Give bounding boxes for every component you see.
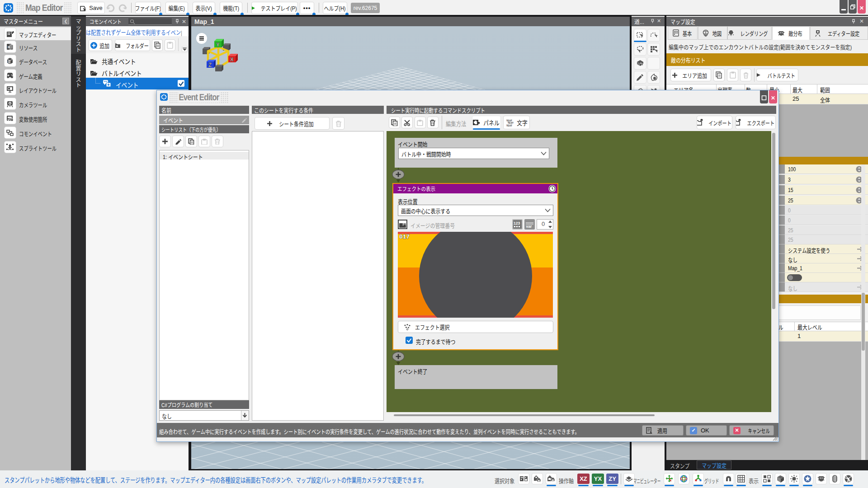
svg-text:123: 123 — [514, 221, 520, 225]
svg-text:var: var — [526, 224, 532, 228]
svg-text:Z: Z — [208, 62, 212, 68]
svg-text:X: X — [230, 56, 234, 63]
svg-text:017: 017 — [399, 234, 410, 240]
svg-text:Y: Y — [216, 42, 220, 48]
svg-text:D: D — [8, 60, 10, 63]
svg-text:TEXT: TEXT — [506, 124, 512, 127]
